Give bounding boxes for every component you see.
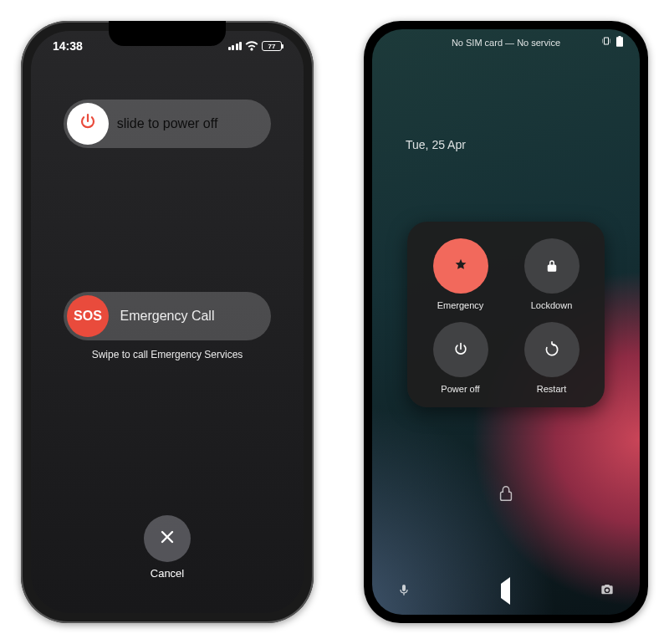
power-menu-emergency-label: Emergency (437, 300, 484, 310)
android-nav-bar (372, 583, 640, 600)
power-menu-restart[interactable]: Restart (512, 322, 591, 394)
emergency-call-slider[interactable]: SOS Emergency Call (64, 292, 271, 340)
battery-percent: 77 (268, 43, 276, 50)
power-menu-lockdown[interactable]: Lockdown (512, 238, 591, 310)
iphone-clock: 14:38 (53, 39, 83, 53)
android-screen: No SIM card — No service Tue, 25 Apr Eme… (372, 29, 640, 615)
battery-icon: 77 (262, 41, 282, 51)
iphone-notch (109, 21, 226, 46)
wifi-icon (245, 41, 258, 51)
close-icon (158, 528, 176, 549)
lockdown-icon (524, 238, 580, 294)
cellular-signal-icon (228, 42, 243, 50)
power-menu-restart-label: Restart (537, 384, 566, 394)
lockscreen-date: Tue, 25 Apr (406, 138, 466, 151)
lockscreen-lock-icon[interactable] (497, 484, 515, 506)
power-off-slider-label: slide to power off (67, 116, 268, 131)
nav-back-button[interactable] (501, 584, 510, 599)
power-menu: Emergency Lockdown Power off Restart (407, 222, 605, 407)
battery-icon (616, 36, 623, 49)
restart-icon (524, 322, 580, 377)
power-menu-power-off[interactable]: Power off (421, 322, 500, 394)
android-device-frame: No SIM card — No service Tue, 25 Apr Eme… (364, 21, 648, 623)
iphone-device-frame: 14:38 77 slide to po (21, 21, 314, 623)
mic-icon[interactable] (397, 583, 411, 600)
power-off-icon (433, 322, 488, 377)
android-status-bar: No SIM card — No service (372, 36, 640, 49)
power-off-slider[interactable]: slide to power off (64, 100, 271, 148)
iphone-status-right: 77 (228, 41, 283, 51)
emergency-call-hint: Swipe to call Emergency Services (92, 349, 243, 360)
emergency-icon (433, 238, 488, 294)
camera-icon[interactable] (600, 583, 615, 600)
android-sim-status: No SIM card — No service (447, 38, 564, 48)
power-menu-emergency[interactable]: Emergency (421, 238, 500, 310)
emergency-call-slider-label: Emergency Call (67, 309, 268, 324)
iphone-power-off-overlay: slide to power off SOS Emergency Call Sw… (31, 89, 304, 596)
iphone-screen: 14:38 77 slide to po (31, 31, 304, 613)
vibrate-icon (601, 36, 611, 49)
power-menu-power-off-label: Power off (441, 384, 479, 394)
power-menu-lockdown-label: Lockdown (531, 300, 573, 310)
cancel-button-label: Cancel (151, 567, 184, 580)
cancel-button[interactable] (144, 515, 191, 562)
